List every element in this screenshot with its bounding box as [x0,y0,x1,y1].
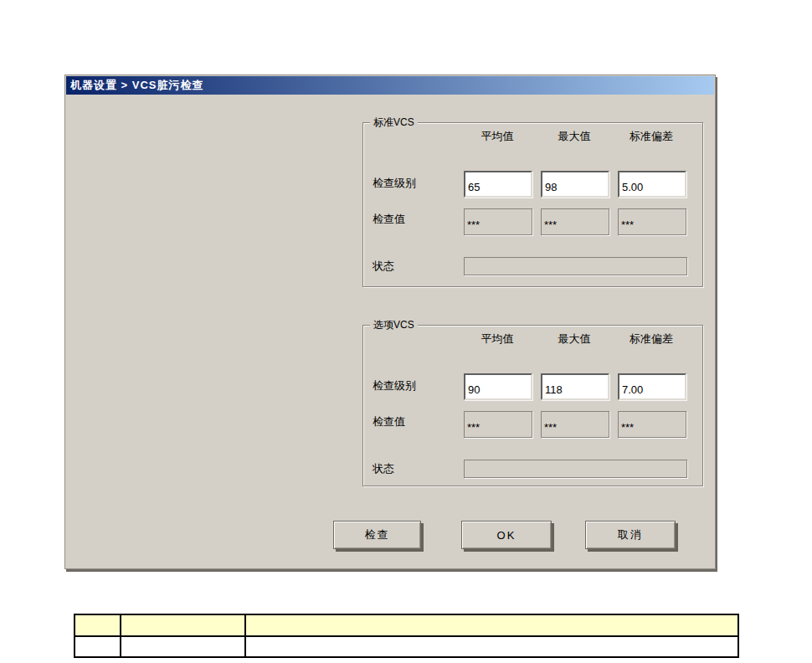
column-header-average: 平均值 [462,332,532,347]
status-label: 状态 [373,461,394,476]
check-level-label: 检查级别 [373,176,416,191]
option-check-level-stddev-input[interactable] [618,373,686,400]
ok-button[interactable]: OK [461,521,552,549]
note-header-cell [245,614,738,636]
note-header-cell [75,614,121,636]
option-check-value-stddev-field [618,411,686,438]
check-level-label: 检查级别 [373,378,416,393]
note-body-cell [75,636,121,657]
note-body-cell [245,636,738,657]
standard-check-value-stddev-field [618,208,686,235]
note-body-cell [121,636,245,657]
standard-check-level-average-input[interactable] [464,171,532,198]
group-option-vcs: 选项VCS 平均值 最大值 标准偏差 检查级别 检查值 状态 [362,325,703,486]
standard-check-value-average-field [464,208,532,235]
standard-check-level-maximum-input[interactable] [541,171,609,198]
column-header-average: 平均值 [462,129,532,144]
option-check-value-maximum-field [541,411,609,438]
group-option-vcs-label: 选项VCS [370,319,418,331]
group-standard-vcs-label: 标准VCS [370,116,418,128]
note-table-body-row [75,636,738,657]
bottom-note-table [74,614,739,658]
dialog-title: 机器设置 > VCS脏污检查 [70,79,204,91]
column-header-maximum: 最大值 [539,129,609,144]
cancel-button[interactable]: 取消 [585,521,676,549]
page: 机器设置 > VCS脏污检查 标准VCS 平均值 最大值 标准偏差 检查级别 检… [0,0,812,663]
check-value-label: 检查值 [373,414,405,429]
standard-check-value-maximum-field [541,208,609,235]
dialog-titlebar: 机器设置 > VCS脏污检查 [66,76,714,95]
column-header-stddev: 标准偏差 [616,332,686,347]
standard-status-field [464,257,687,275]
option-status-field [464,460,687,478]
option-check-level-average-input[interactable] [464,373,532,400]
note-header-cell [121,614,245,636]
check-button[interactable]: 检查 [333,521,421,549]
group-standard-vcs: 标准VCS 平均值 最大值 标准偏差 检查级别 检查值 状态 [362,122,703,287]
option-check-value-average-field [464,411,532,438]
note-table-header-row [75,614,738,636]
status-label: 状态 [373,259,394,274]
check-value-label: 检查值 [373,212,405,227]
column-header-stddev: 标准偏差 [616,129,686,144]
option-check-level-maximum-input[interactable] [541,373,609,400]
dialog-window: 机器设置 > VCS脏污检查 标准VCS 平均值 最大值 标准偏差 检查级别 检… [64,75,716,569]
standard-check-level-stddev-input[interactable] [618,171,686,198]
column-header-maximum: 最大值 [539,332,609,347]
